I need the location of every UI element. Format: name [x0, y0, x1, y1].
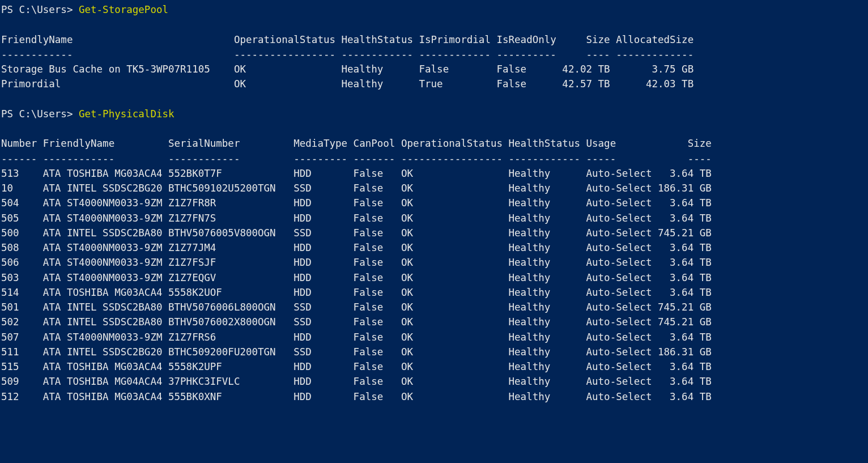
storagepool-header-row: FriendlyName OperationalStatus HealthSta… — [1, 34, 693, 45]
prompt-2: PS C:\Users> — [1, 108, 79, 120]
powershell-terminal[interactable]: PS C:\Users> Get-StoragePool FriendlyNam… — [0, 0, 868, 406]
storagepool-dash-row: ------------ ----------------- ---------… — [1, 49, 693, 60]
prompt-1: PS C:\Users> — [1, 4, 79, 15]
physicaldisk-header-row: Number FriendlyName SerialNumber MediaTy… — [1, 138, 712, 149]
physicaldisk-dash-row: ------ ------------ ------------ -------… — [1, 153, 712, 164]
command-get-physicaldisk: Get-PhysicalDisk — [79, 108, 175, 120]
physicaldisk-rows: 513 ATA TOSHIBA MG03ACA4 552BK0T7F HDD F… — [1, 168, 712, 402]
command-get-storagepool: Get-StoragePool — [79, 4, 168, 15]
storagepool-rows: Storage Bus Cache on TK5-3WP07R1105 OK H… — [1, 63, 693, 90]
